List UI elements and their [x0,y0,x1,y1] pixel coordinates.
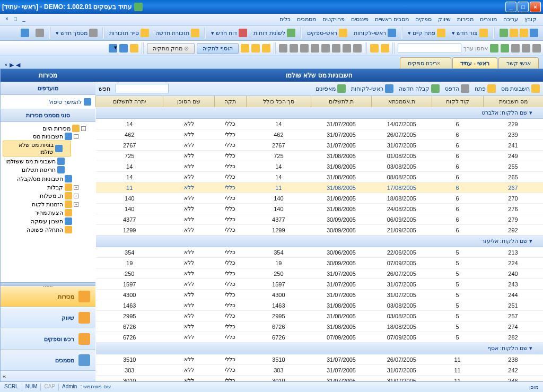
menu-item-vendors[interactable]: ספקים [415,16,432,23]
table-row[interactable]: 267617/08/200531/08/200511כלליללא11 [96,182,544,193]
tab-vendors-summary[interactable]: ×ריכוז ספקים [400,57,452,68]
tree-delivery-notes[interactable]: +ת. משלוח [3,192,78,199]
menu-item-projects[interactable]: פרויקטים [322,16,345,23]
column-header[interactable]: ת.אסמכתא [371,96,432,107]
tab-close-all-icon[interactable]: × [4,62,7,68]
reports-tab-button[interactable]: לשונית דוחות [251,27,297,39]
nav-splitter[interactable]: ······ [1,282,95,286]
tree-invoices[interactable]: -חשבוניות מס [3,133,78,140]
person3-icon[interactable] [510,29,518,37]
menu-item-finance[interactable]: פיננסים [351,16,369,23]
table-row[interactable]: 251503/08/200531/08/20051463כלליללא1463 [96,300,544,311]
table-row[interactable]: 244531/07/200531/07/20054300כלליללא4300 [96,290,544,300]
nav-more-button[interactable]: » [1,371,95,381]
menu-item-main-screens[interactable]: מסכים ראשיים [375,16,409,23]
person4-icon[interactable] [500,29,508,37]
tab-nav-left-icon[interactable]: ◀ [16,62,20,68]
create-new-button[interactable]: צור חדש▾ [449,27,491,39]
column-header[interactable]: שם הסוכן [163,96,215,107]
preview-icon[interactable] [343,44,351,53]
person2-icon[interactable] [520,29,528,37]
add-to-folder-button[interactable]: הוסף לתקיה [197,43,239,54]
mdi-restore-button[interactable]: □ [12,16,19,23]
nav-purchasing[interactable]: רכש וספקים [1,328,95,350]
table-row[interactable]: 257503/08/200531/08/20052995כלליללא2995 [96,311,544,321]
arrow4-icon[interactable] [279,44,287,53]
folder2-icon[interactable] [251,44,260,53]
tree-payment-exceptions[interactable]: חריגות תשלום [3,166,71,173]
tree-paid-invoices[interactable]: חשבוניות מס ששולמו [3,158,71,165]
table-row[interactable]: 213522/06/200530/06/2005354כלליללא354 [96,247,544,258]
new-reminder-button[interactable]: תזכורת חדשה [153,27,202,39]
table-row[interactable]: 2421131/07/200531/07/2005303כלליללא303 [96,365,544,376]
column-header[interactable]: ת.לתשלום [311,96,372,107]
new-receipt-button[interactable]: קבלה חדשה [399,84,440,93]
tree-receipts[interactable]: +קבלות [3,184,78,191]
store-value-input[interactable] [398,43,461,53]
menu-item-tools[interactable]: כלים [279,16,291,23]
table-row[interactable]: 255603/08/200531/08/200514כלליללא14 [96,161,544,172]
table-row[interactable]: 229614/07/200531/07/200514כלליללא14 [96,119,544,129]
find-icon[interactable] [381,44,389,53]
invoice-grid[interactable]: מס חשבוניתקוד לקוחת.אסמכתאת.לתשלוםסך הכל… [95,96,543,381]
nav-documents[interactable]: מסמכים [1,350,95,371]
table-row[interactable]: 276624/08/200531/08/2005140כלליללא140 [96,204,544,214]
tree-deal-account[interactable]: חשבון עיסקה [3,217,78,225]
doc-icon-button[interactable] [33,27,47,39]
nav-fwd-icon[interactable] [522,44,530,53]
column-header[interactable]: תקה [215,96,246,107]
new-invoice-button[interactable]: חשבונית מס [501,84,540,93]
tree-simple-start[interactable]: התחלה פשוטה [3,226,78,233]
undo-icon[interactable] [490,44,498,53]
tool-a-icon[interactable] [130,44,138,53]
tree-quote[interactable]: הצעת מחיר [3,209,78,216]
tree-unpaid-invoices[interactable]: בוניות מס שלא שולמו [3,141,71,156]
table-row[interactable]: 224507/09/200530/09/200519כלליללא19 [96,258,544,268]
nav-back-icon[interactable] [532,44,541,53]
table-row[interactable]: 2461131/07/200531/07/20053010כלליללא3010 [96,376,544,382]
folder1-icon[interactable] [262,44,270,53]
tab-close-icon[interactable]: × [437,60,440,66]
refresh-icon[interactable] [501,44,509,53]
mdi-minimize-button[interactable]: _ [20,16,28,23]
nav-up-icon[interactable] [511,44,520,53]
customers-main-button[interactable]: ראשי-לקוחות [351,27,399,39]
print-button[interactable]: הדפס [445,84,469,93]
menu-item-documents[interactable]: מסמכים [297,16,316,23]
table-row[interactable]: 249601/08/200531/08/2005725כלליללא725 [96,151,544,161]
delete-from-folder-button[interactable]: ⊘ מחק מתקיה [147,43,195,54]
menu-item-file[interactable]: קובץ [524,16,537,23]
table-row[interactable]: 282507/09/200507/09/20056726כלליללא6726 [96,332,544,343]
find2-icon[interactable] [370,44,379,53]
print-icon[interactable] [353,44,362,53]
table-row[interactable]: 241631/07/200531/07/20052767כלליללא2767 [96,140,544,151]
column-header[interactable]: סך הכל כולל [246,96,311,107]
nav-sales[interactable]: מכירות [1,286,95,307]
export-icon[interactable] [332,44,340,53]
table-row[interactable]: 292621/09/200530/09/20051299כלליללא1299 [96,225,544,236]
customers-link[interactable]: ראשי-לקוחות [351,84,393,93]
menu-item-products[interactable]: מוצרים [480,16,497,23]
arrow3-icon[interactable] [290,44,298,53]
arrow2-icon[interactable] [300,44,309,53]
menu-item-edit[interactable]: עריכה [503,16,518,23]
menu-item-sales[interactable]: מכירות [457,16,474,23]
properties-button[interactable]: מאפיינים [316,84,346,93]
window-close-button[interactable]: × [530,2,541,12]
table-row[interactable]: 270618/08/200531/08/2005140כלליללא140 [96,193,544,204]
group-row[interactable]: שם הלקוח: אלברט [96,107,544,119]
favorite-followup[interactable]: להמשך טיפול [3,97,93,107]
table-row[interactable]: 243531/07/200531/07/20051597כלליללא1597 [96,279,544,290]
tree-customer-orders[interactable]: +הזמנות לקוח [3,201,78,208]
window-maximize-button[interactable]: □ [518,2,529,12]
tool-c-icon[interactable]: ▾ [109,44,117,53]
column-header[interactable]: יתרה לתשלום [96,96,163,107]
vendors-main-button[interactable]: ראשי-ספקים [304,27,351,39]
tab-main-atid[interactable]: ראשי - עתיד [452,57,497,68]
group-row[interactable]: שם הלקוח: אסף [96,343,544,354]
column-header[interactable]: קוד לקוח [432,96,483,107]
tree-invoice-receipt[interactable]: חשבוניות מס/קבלה [3,175,78,182]
table-row[interactable]: 239626/07/200531/07/2005462כלליללא462 [96,129,544,140]
table-row[interactable]: 279606/09/200530/09/20054377כלליללא4377 [96,214,544,225]
new-report-button[interactable]: דוח חדש▾ [208,27,250,39]
